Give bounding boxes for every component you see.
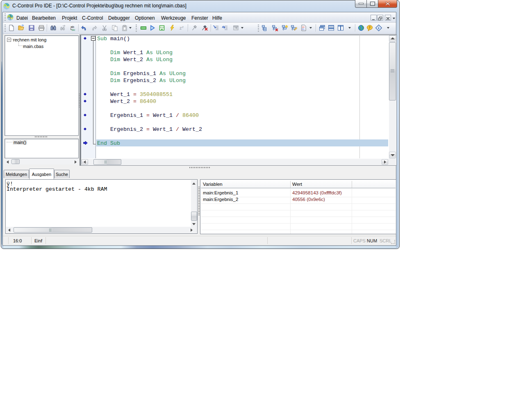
svg-text:010: 010	[160, 26, 164, 29]
svg-text:z: z	[180, 25, 182, 30]
svg-text:?: ?	[369, 25, 371, 30]
svg-text:ac: ac	[72, 28, 75, 31]
svg-text:01: 01	[302, 28, 305, 31]
svg-text:z: z	[182, 25, 184, 29]
